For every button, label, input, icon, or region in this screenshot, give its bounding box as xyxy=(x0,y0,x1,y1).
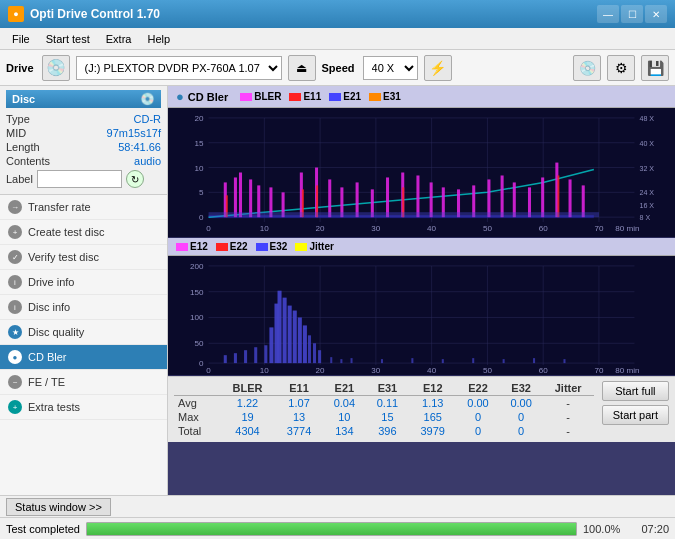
label-refresh-button[interactable]: ↻ xyxy=(126,170,144,188)
max-bler: 19 xyxy=(220,410,276,424)
eject-icon[interactable]: ⏏ xyxy=(288,55,316,81)
start-full-button[interactable]: Start full xyxy=(602,381,669,401)
nav-items: → Transfer rate + Create test disc ✓ Ver… xyxy=(0,195,167,420)
cd-bler-icon: ● xyxy=(8,350,22,364)
status-window-button[interactable]: Status window >> xyxy=(6,498,111,516)
drive-info-label: Drive info xyxy=(28,276,74,288)
total-e12: 3979 xyxy=(409,424,457,438)
col-header-e22: E22 xyxy=(457,381,500,396)
svg-text:200: 200 xyxy=(190,262,204,271)
main-layout: Disc 💿 Type CD-R MID 97m15s17f Length 58… xyxy=(0,86,675,495)
progress-track xyxy=(86,522,577,536)
svg-text:0: 0 xyxy=(206,224,211,233)
svg-rect-117 xyxy=(472,358,474,363)
stats-table: BLER E11 E21 E31 E12 E22 E32 Jitter Avg xyxy=(174,381,594,438)
svg-rect-115 xyxy=(411,358,413,363)
svg-rect-116 xyxy=(442,359,444,363)
row-label-avg: Avg xyxy=(174,396,220,411)
sidebar-item-verify-test-disc[interactable]: ✓ Verify test disc xyxy=(0,245,167,270)
svg-text:20: 20 xyxy=(316,224,326,233)
svg-rect-56 xyxy=(513,182,516,217)
avg-e32: 0.00 xyxy=(500,396,543,411)
settings-icon-btn[interactable]: ⚙ xyxy=(607,55,635,81)
disc-label-row: Label ↻ xyxy=(6,168,161,190)
menu-file[interactable]: File xyxy=(4,31,38,47)
legend-e31: E31 xyxy=(369,91,401,102)
svg-rect-47 xyxy=(386,177,389,217)
svg-rect-67 xyxy=(209,212,599,217)
svg-rect-66 xyxy=(557,175,559,217)
sidebar-item-extra-tests[interactable]: + Extra tests xyxy=(0,395,167,420)
menu-help[interactable]: Help xyxy=(139,31,178,47)
menu-start-test[interactable]: Start test xyxy=(38,31,98,47)
total-e21: 134 xyxy=(323,424,366,438)
disc-label-input[interactable] xyxy=(37,170,122,188)
svg-text:30: 30 xyxy=(371,224,381,233)
disc-quality-icon: ★ xyxy=(8,325,22,339)
svg-text:30: 30 xyxy=(371,366,381,375)
total-bler: 4304 xyxy=(220,424,276,438)
disc-icon-btn[interactable]: 💿 xyxy=(573,55,601,81)
disc-contents-row: Contents audio xyxy=(6,154,161,168)
time-display: 07:20 xyxy=(629,523,669,535)
max-e11: 13 xyxy=(275,410,323,424)
sidebar-item-disc-info[interactable]: i Disc info xyxy=(0,295,167,320)
svg-rect-112 xyxy=(340,359,342,363)
disc-header-icon: 💿 xyxy=(140,92,155,106)
svg-rect-97 xyxy=(288,306,292,364)
svg-rect-60 xyxy=(569,179,572,217)
total-e31: 396 xyxy=(366,424,409,438)
legend-bler: BLER xyxy=(240,91,281,102)
svg-text:150: 150 xyxy=(190,288,204,297)
app-title: Opti Drive Control 1.70 xyxy=(30,7,160,21)
disc-type-value: CD-R xyxy=(134,113,162,125)
svg-text:60: 60 xyxy=(539,224,549,233)
disc-quality-label: Disc quality xyxy=(28,326,84,338)
bottom-chart-header: E12 E22 E32 Jitter xyxy=(168,238,675,256)
avg-e21: 0.04 xyxy=(323,396,366,411)
save-icon-btn[interactable]: 💾 xyxy=(641,55,669,81)
close-button[interactable]: ✕ xyxy=(645,5,667,23)
col-header-bler: BLER xyxy=(220,381,276,396)
drive-select[interactable]: (J:) PLEXTOR DVDR PX-760A 1.07 xyxy=(76,56,282,80)
speed-label: Speed xyxy=(322,62,355,74)
start-part-button[interactable]: Start part xyxy=(602,405,669,425)
svg-text:80 min: 80 min xyxy=(615,366,639,375)
disc-panel: Disc 💿 Type CD-R MID 97m15s17f Length 58… xyxy=(0,86,167,195)
max-e22: 0 xyxy=(457,410,500,424)
stats-area: BLER E11 E21 E31 E12 E22 E32 Jitter Avg xyxy=(168,376,675,442)
progress-bar-area: Test completed 100.0% 07:20 xyxy=(0,517,675,539)
svg-rect-54 xyxy=(487,179,490,217)
sidebar-item-disc-quality[interactable]: ★ Disc quality xyxy=(0,320,167,345)
svg-rect-58 xyxy=(541,177,544,217)
disc-contents-label: Contents xyxy=(6,155,50,167)
sidebar-item-cd-bler[interactable]: ● CD Bler xyxy=(0,345,167,370)
col-header-e31: E31 xyxy=(366,381,409,396)
svg-text:40 X: 40 X xyxy=(640,140,655,147)
svg-text:50: 50 xyxy=(483,224,493,233)
cd-bler-label: CD Bler xyxy=(28,351,67,363)
menu-extra[interactable]: Extra xyxy=(98,31,140,47)
disc-header: Disc 💿 xyxy=(6,90,161,108)
avg-e11: 1.07 xyxy=(275,396,323,411)
svg-text:0: 0 xyxy=(206,366,211,375)
sidebar-item-transfer-rate[interactable]: → Transfer rate xyxy=(0,195,167,220)
svg-text:16 X: 16 X xyxy=(640,202,655,209)
sidebar-item-create-test-disc[interactable]: + Create test disc xyxy=(0,220,167,245)
svg-rect-45 xyxy=(356,182,359,217)
speed-select[interactable]: 40 X xyxy=(363,56,418,80)
maximize-button[interactable]: ☐ xyxy=(621,5,643,23)
sidebar-item-drive-info[interactable]: i Drive info xyxy=(0,270,167,295)
col-header-e12: E12 xyxy=(409,381,457,396)
bottom-chart-svg: 200 150 100 50 0 0 10 20 30 40 50 60 70 … xyxy=(168,256,675,375)
disc-header-label: Disc xyxy=(12,93,35,105)
disc-length-value: 58:41.66 xyxy=(118,141,161,153)
transfer-rate-label: Transfer rate xyxy=(28,201,91,213)
minimize-button[interactable]: — xyxy=(597,5,619,23)
svg-rect-110 xyxy=(318,350,321,363)
chart-header-icon: ● xyxy=(176,89,184,104)
svg-text:48 X: 48 X xyxy=(640,115,655,122)
disc-length-row: Length 58:41.66 xyxy=(6,140,161,154)
sidebar-item-fe-te[interactable]: ~ FE / TE xyxy=(0,370,167,395)
toolbar: Drive 💿 (J:) PLEXTOR DVDR PX-760A 1.07 ⏏… xyxy=(0,50,675,86)
